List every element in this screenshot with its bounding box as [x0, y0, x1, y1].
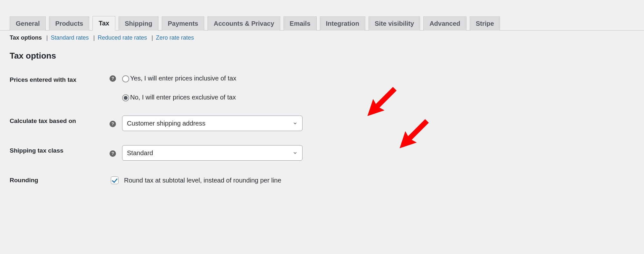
- checkbox-label-rounding: Round tax at subtotal level, instead of …: [124, 177, 281, 184]
- tab-stripe[interactable]: Stripe: [470, 16, 500, 31]
- chevron-down-icon: [293, 150, 298, 155]
- subsection-reduced-rate-rates[interactable]: Reduced rate rates: [98, 34, 147, 41]
- tab-payments[interactable]: Payments: [162, 16, 205, 31]
- radio-prices-exclusive[interactable]: [122, 94, 129, 101]
- select-shipping-tax-class[interactable]: Standard: [122, 145, 303, 161]
- settings-tabs: General Products Tax Shipping Payments A…: [0, 16, 644, 31]
- tab-products[interactable]: Products: [49, 16, 89, 31]
- help-icon[interactable]: ?: [110, 75, 116, 82]
- subsection-zero-rate-rates[interactable]: Zero rate rates: [156, 34, 194, 41]
- tab-site-visibility[interactable]: Site visibility: [369, 16, 420, 31]
- section-heading: Tax options: [10, 51, 644, 61]
- tab-emails[interactable]: Emails: [284, 16, 316, 31]
- select-value: Standard: [127, 149, 153, 157]
- label-rounding: Rounding: [10, 168, 106, 193]
- select-value: Customer shipping address: [127, 120, 205, 127]
- radio-prices-inclusive[interactable]: [122, 75, 129, 82]
- tax-subsections: Tax options | Standard rates | Reduced r…: [0, 31, 644, 41]
- checkbox-rounding[interactable]: [111, 176, 119, 184]
- select-calculate-tax[interactable]: Customer shipping address: [122, 116, 303, 131]
- label-shipping-tax-class: Shipping tax class: [10, 138, 106, 168]
- subsection-current: Tax options: [10, 34, 42, 41]
- label-calculate-tax: Calculate tax based on: [10, 108, 106, 138]
- tab-integration[interactable]: Integration: [320, 16, 365, 31]
- tab-shipping[interactable]: Shipping: [119, 16, 159, 31]
- chevron-down-icon: [293, 121, 298, 126]
- label-prices-entered: Prices entered with tax: [10, 67, 106, 108]
- radio-label-exclusive: No, I will enter prices exclusive of tax: [130, 94, 236, 101]
- help-icon[interactable]: ?: [110, 150, 116, 157]
- tab-accounts-privacy[interactable]: Accounts & Privacy: [207, 16, 280, 31]
- subsection-standard-rates[interactable]: Standard rates: [51, 34, 89, 41]
- tab-general[interactable]: General: [10, 16, 46, 31]
- help-icon[interactable]: ?: [110, 121, 116, 127]
- radio-label-inclusive: Yes, I will enter prices inclusive of ta…: [130, 75, 236, 82]
- tab-tax[interactable]: Tax: [92, 16, 115, 31]
- tab-advanced[interactable]: Advanced: [423, 16, 466, 31]
